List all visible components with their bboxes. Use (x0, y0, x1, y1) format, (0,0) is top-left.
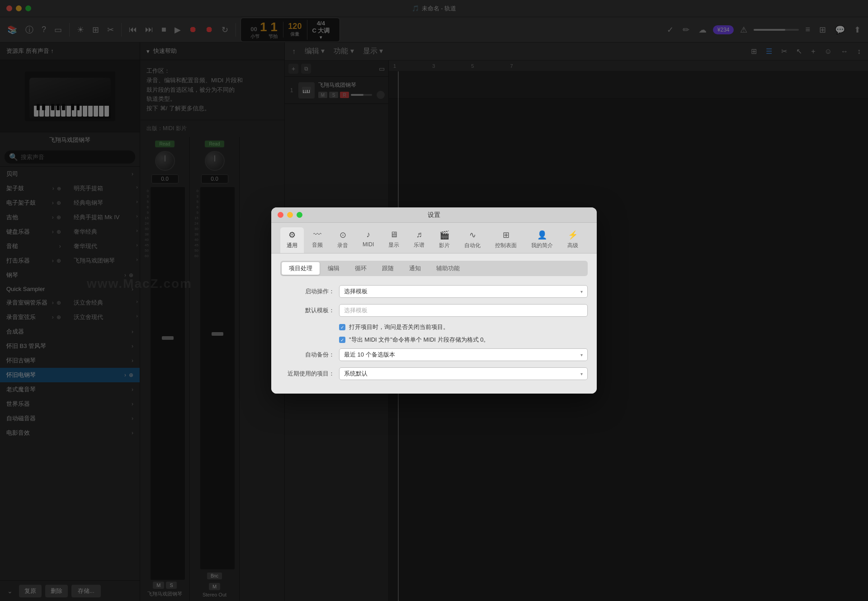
default-template-label: 默认模板： (280, 306, 335, 315)
startup-action-select[interactable]: 选择模板 ▾ (339, 285, 588, 298)
modal-title: 设置 (428, 211, 440, 219)
auto-backup-row: 自动备份： 最近 10 个备选版本 ▾ (280, 348, 588, 361)
recent-projects-select[interactable]: 系统默认 ▾ (339, 367, 588, 380)
modal-close-btn[interactable] (278, 212, 283, 218)
settings-tab-automation[interactable]: ∿ 自动化 (458, 227, 487, 253)
default-template-select[interactable]: 选择模板 (339, 304, 588, 317)
settings-tabs: ⚙ 通用 〰 音频 ⊙ 录音 ♪ MIDI 🖥 显示 ♬ 乐谱 (271, 223, 597, 254)
subtab-loop[interactable]: 循环 (348, 262, 374, 275)
recording-icon: ⊙ (340, 230, 346, 240)
recent-projects-control: 系统默认 ▾ (339, 367, 588, 380)
checkbox-row-1: ✓ 打开项目时，询问是否关闭当前项目。 (280, 323, 588, 331)
automation-icon: ∿ (469, 230, 476, 240)
settings-tab-recording[interactable]: ⊙ 录音 (331, 227, 354, 253)
settings-tab-control[interactable]: ⊞ 控制表面 (489, 227, 523, 253)
midi-icon: ♪ (366, 230, 370, 239)
subtab-edit[interactable]: 编辑 (321, 262, 347, 275)
auto-backup-select[interactable]: 最近 10 个备选版本 ▾ (339, 348, 588, 361)
audio-icon: 〰 (313, 230, 321, 239)
subtab-follow[interactable]: 跟随 (375, 262, 401, 275)
default-template-row: 默认模板： 选择模板 (280, 304, 588, 317)
settings-modal: 设置 ⚙ 通用 〰 音频 ⊙ 录音 ♪ MIDI 🖥 显示 (271, 207, 597, 394)
checkbox-1[interactable]: ✓ (339, 324, 345, 330)
score-icon: ♬ (416, 230, 423, 239)
startup-action-row: 启动操作： 选择模板 ▾ (280, 285, 588, 298)
default-template-control: 选择模板 (339, 304, 588, 317)
auto-backup-control: 最近 10 个备选版本 ▾ (339, 348, 588, 361)
modal-overlay[interactable]: 设置 ⚙ 通用 〰 音频 ⊙ 录音 ♪ MIDI 🖥 显示 (0, 0, 868, 601)
settings-tab-audio[interactable]: 〰 音频 (306, 227, 329, 253)
checkbox-1-label: 打开项目时，询问是否关闭当前项目。 (349, 323, 449, 331)
settings-tab-display[interactable]: 🖥 显示 (382, 227, 406, 253)
general-icon: ⚙ (288, 230, 296, 240)
settings-modal-body: 项目处理 编辑 循环 跟随 通知 辅助功能 启动操作： 选择模板 ▾ 默 (271, 254, 597, 394)
settings-tab-score[interactable]: ♬ 乐谱 (407, 227, 431, 253)
settings-tab-midi[interactable]: ♪ MIDI (356, 227, 380, 253)
control-icon: ⊞ (503, 230, 509, 240)
subtab-accessibility[interactable]: 辅助功能 (429, 262, 467, 275)
startup-action-control: 选择模板 ▾ (339, 285, 588, 298)
modal-buttons (278, 212, 302, 218)
startup-action-label: 启动操作： (280, 287, 335, 296)
modal-max-btn[interactable] (297, 212, 302, 218)
backup-dropdown-arrow: ▾ (580, 352, 583, 357)
modal-min-btn[interactable] (287, 212, 293, 218)
checkbox-2-label: "导出 MIDI 文件"命令将单个 MIDI 片段存储为格式 0。 (349, 336, 489, 344)
subtab-notify[interactable]: 通知 (402, 262, 428, 275)
modal-titlebar: 设置 (271, 207, 597, 223)
recent-projects-row: 近期使用的项目： 系统默认 ▾ (280, 367, 588, 380)
profile-icon: 👤 (537, 230, 547, 240)
subtab-project[interactable]: 项目处理 (282, 262, 320, 275)
settings-tab-movie[interactable]: 🎬 影片 (433, 227, 456, 253)
settings-tab-profile[interactable]: 👤 我的简介 (525, 227, 559, 253)
checkbox-row-2: ✓ "导出 MIDI 文件"命令将单个 MIDI 片段存储为格式 0。 (280, 336, 588, 344)
auto-backup-label: 自动备份： (280, 351, 335, 359)
recent-projects-label: 近期使用的项目： (280, 370, 335, 378)
recent-dropdown-arrow: ▾ (580, 371, 583, 376)
settings-tab-advanced[interactable]: ⚡ 高级 (561, 227, 585, 253)
settings-subtabs: 项目处理 编辑 循环 跟随 通知 辅助功能 (280, 261, 588, 276)
display-icon: 🖥 (390, 230, 398, 239)
advanced-icon: ⚡ (568, 230, 578, 240)
startup-dropdown-arrow: ▾ (580, 289, 583, 294)
settings-tab-general[interactable]: ⚙ 通用 (280, 227, 304, 253)
movie-icon: 🎬 (439, 230, 449, 240)
checkbox-2[interactable]: ✓ (339, 337, 345, 343)
